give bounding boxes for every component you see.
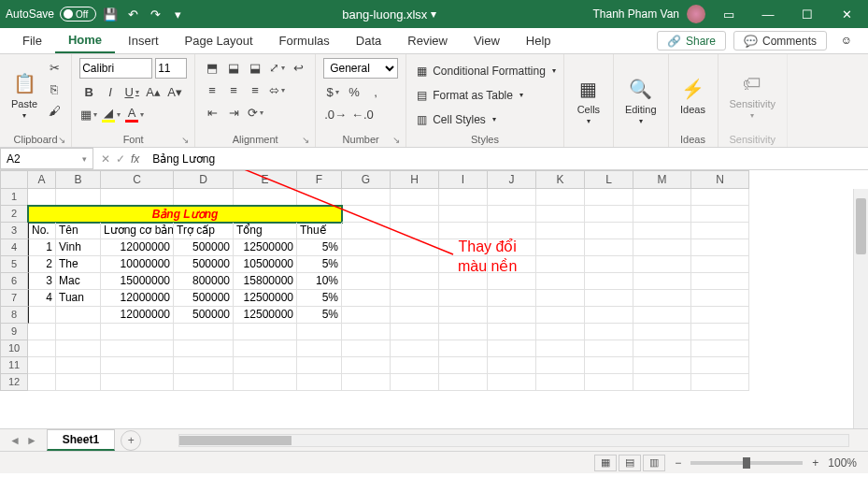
cell[interactable] (633, 357, 691, 374)
cell[interactable] (536, 239, 585, 256)
cell[interactable] (234, 189, 297, 206)
cell[interactable] (439, 206, 488, 223)
cell[interactable] (536, 357, 585, 374)
editing-button[interactable]: 🔍Editing▾ (621, 58, 661, 143)
col-header[interactable]: K (536, 170, 585, 189)
fill-color-button[interactable]: ◢ (101, 105, 121, 123)
row-header[interactable]: 11 (0, 357, 28, 374)
cell[interactable] (691, 239, 749, 256)
col-header[interactable]: F (297, 170, 342, 189)
grow-font-button[interactable]: A▴ (144, 82, 163, 101)
cell[interactable] (536, 256, 585, 273)
format-painter-button[interactable]: 🖌 (45, 101, 64, 120)
cell[interactable] (585, 324, 633, 340)
tab-data[interactable]: Data (343, 28, 394, 53)
copy-button[interactable]: ⎘ (45, 80, 64, 98)
cell[interactable] (585, 256, 633, 273)
align-center[interactable]: ≡ (224, 80, 243, 99)
cell[interactable] (101, 357, 174, 374)
cell[interactable] (391, 374, 439, 391)
enter-formula-icon[interactable]: ✓ (116, 152, 125, 166)
cell[interactable] (342, 307, 391, 324)
cell[interactable] (234, 324, 297, 340)
cell[interactable] (391, 239, 439, 256)
cell[interactable] (391, 307, 439, 324)
cell[interactable] (536, 374, 585, 391)
number-launcher[interactable]: ↘ (392, 135, 400, 145)
tab-review[interactable]: Review (394, 28, 461, 53)
fx-icon[interactable]: fx (131, 152, 139, 166)
increase-decimal[interactable]: .0→ (323, 105, 348, 123)
border-button[interactable]: ▦ (79, 105, 98, 123)
paste-button[interactable]: 📋 Paste ▾ (7, 58, 41, 132)
bold-button[interactable]: B (79, 82, 98, 101)
cell[interactable] (585, 374, 633, 391)
share-button[interactable]: 🔗 Share (657, 31, 726, 51)
cell[interactable] (585, 223, 633, 239)
cell[interactable] (234, 374, 297, 391)
cell[interactable] (691, 307, 749, 324)
cell[interactable] (342, 357, 391, 374)
cell[interactable] (28, 307, 56, 324)
font-color-button[interactable]: A (124, 105, 145, 123)
cell[interactable]: The (56, 256, 101, 273)
underline-button[interactable]: U (122, 82, 141, 101)
cell[interactable]: No. (28, 223, 56, 239)
view-normal[interactable]: ▦ (594, 455, 617, 471)
cell[interactable] (234, 357, 297, 374)
cell[interactable] (691, 256, 749, 273)
cell[interactable] (691, 324, 749, 340)
font-size-combo[interactable] (155, 58, 187, 79)
cell[interactable] (633, 324, 691, 340)
cell[interactable]: 500000 (174, 256, 234, 273)
cell[interactable] (633, 307, 691, 324)
cell[interactable]: Thuế (297, 223, 342, 239)
row-header[interactable]: 1 (0, 189, 28, 206)
maximize-icon[interactable]: ☐ (791, 3, 823, 25)
alignment-launcher[interactable]: ↘ (302, 135, 309, 145)
tab-help[interactable]: Help (513, 28, 564, 53)
cell[interactable] (633, 290, 691, 307)
cell[interactable] (342, 256, 391, 273)
cell[interactable] (691, 340, 749, 357)
cell[interactable] (488, 189, 536, 206)
cell[interactable]: Tên (56, 223, 101, 239)
cell[interactable]: Tuan (56, 290, 101, 307)
italic-button[interactable]: I (101, 82, 120, 101)
cell[interactable] (439, 324, 488, 340)
minimize-icon[interactable]: — (752, 3, 784, 25)
cell[interactable] (585, 340, 633, 357)
cell[interactable] (585, 189, 633, 206)
cell[interactable] (56, 189, 101, 206)
cell[interactable]: 10% (297, 273, 342, 290)
cell[interactable]: 3 (28, 273, 56, 290)
sheet-nav-next[interactable]: ► (26, 434, 37, 447)
view-page-layout[interactable]: ▤ (619, 455, 641, 471)
cell[interactable] (488, 374, 536, 391)
cell[interactable]: 12000000 (101, 307, 174, 324)
tab-formulas[interactable]: Formulas (266, 28, 343, 53)
cell[interactable] (56, 357, 101, 374)
accounting-button[interactable]: $ (323, 82, 342, 101)
cell[interactable] (101, 324, 174, 340)
cell[interactable] (691, 223, 749, 239)
zoom-level[interactable]: 100% (828, 456, 857, 470)
cell[interactable] (28, 340, 56, 357)
row-header[interactable]: 7 (0, 290, 28, 307)
save-icon[interactable]: 💾 (102, 6, 119, 22)
conditional-formatting-button[interactable]: ▦Conditional Formatting▾ (414, 61, 556, 81)
add-sheet-button[interactable]: + (121, 430, 141, 451)
horizontal-scrollbar[interactable] (178, 434, 849, 447)
worksheet-grid[interactable]: ABCDEFGHIJKLMN 12Bảng Lương3No.TênLương … (0, 170, 868, 428)
formula-input[interactable]: Bảng Lương (147, 148, 868, 169)
cell[interactable]: 500000 (174, 239, 234, 256)
cell[interactable] (536, 189, 585, 206)
cell[interactable]: 5% (297, 290, 342, 307)
cell-styles-button[interactable]: ▥Cell Styles▾ (414, 109, 556, 130)
tab-insert[interactable]: Insert (115, 28, 172, 53)
cell[interactable] (488, 324, 536, 340)
cell[interactable] (585, 290, 633, 307)
cell[interactable] (536, 340, 585, 357)
cell[interactable] (488, 206, 536, 223)
font-name-combo[interactable] (79, 58, 152, 79)
